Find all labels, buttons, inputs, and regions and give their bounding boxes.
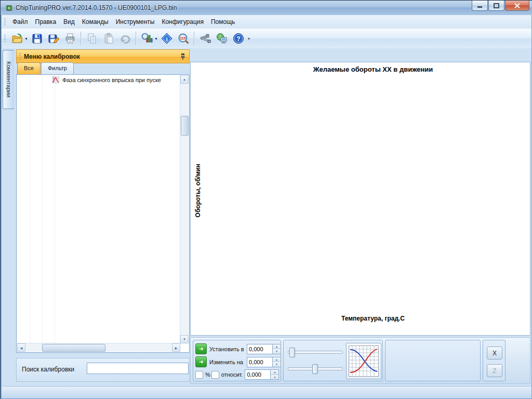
svg-text:i: i	[166, 36, 167, 42]
edit-controls-band: ➜ Установить в ▲▼ ➜ Изменить на ▲▼ % отн…	[190, 337, 530, 384]
percent-label: %	[205, 371, 210, 378]
title-bar: ChipTuningPRO ver.7.2014.0.1570 - UE0900…	[1, 1, 532, 16]
open-file-dropdown-icon[interactable]: ▼	[24, 37, 29, 41]
chart-area[interactable]: Желаемые обороты ХХ в движении Обороты, …	[190, 62, 530, 336]
toolbar-separator	[81, 32, 82, 45]
menu-item-Помощь[interactable]: Помощь	[207, 16, 238, 28]
main-panel: Желаемые обороты ХХ в движении Обороты, …	[190, 48, 531, 386]
h-slider-1[interactable]	[288, 351, 343, 354]
menu-item-Правка[interactable]: Правка	[32, 16, 60, 28]
change-by-input[interactable]	[247, 357, 272, 367]
print-button[interactable]	[62, 31, 78, 46]
svg-text:?: ?	[236, 35, 240, 43]
tools-button[interactable]	[197, 31, 213, 46]
maximize-button[interactable]	[488, 1, 504, 11]
scroll-down-icon[interactable]: ▼	[180, 335, 189, 343]
tree-vertical-scrollbar[interactable]: ▲ ▼	[180, 75, 189, 343]
spin-down-icon[interactable]: ▼	[273, 349, 281, 354]
set-to-label: Установить в	[209, 346, 246, 352]
menu-item-Файл[interactable]: Файл	[9, 16, 32, 28]
tree-item[interactable]: Фаза синхронного впрыска при пуске	[17, 76, 180, 84]
print-icon	[64, 32, 76, 45]
comments-tab[interactable]: Комментарии	[3, 50, 14, 109]
scroll-up-icon[interactable]: ▲	[180, 75, 189, 84]
relative-input[interactable]	[245, 369, 270, 380]
sidebar-grip[interactable]	[19, 52, 21, 61]
app-window: ChipTuningPRO ver.7.2014.0.1570 - UE0900…	[0, 0, 532, 399]
spin-up-icon[interactable]: ▲	[273, 357, 281, 362]
chart-zoom-dropdown-icon[interactable]: ▼	[154, 37, 158, 41]
undo-button[interactable]	[117, 31, 133, 46]
menu-item-Вид[interactable]: Вид	[60, 16, 78, 28]
spin-up-icon[interactable]: ▲	[271, 370, 278, 375]
toolbar-grip[interactable]	[4, 34, 6, 43]
tree-item-label[interactable]: Фаза синхронного впрыска при пуске	[61, 77, 162, 83]
info-icon: i	[161, 32, 173, 45]
sidebar-title: Меню калибровок	[24, 53, 80, 60]
calibration-tree: Фаза синхронного впрыска при пуске ▲ ▼ ◀…	[16, 74, 190, 353]
menu-item-Конфигурация[interactable]: Конфигурация	[158, 16, 207, 28]
chart-plot[interactable]	[191, 62, 531, 336]
online-update-button[interactable]	[214, 31, 230, 46]
menubar-grip[interactable]	[4, 18, 6, 26]
tree-horizontal-scrollbar[interactable]: ◀ ▶	[17, 343, 180, 352]
toolbar-overflow-icon[interactable]: ▾	[248, 36, 250, 41]
help-icon: ?	[232, 32, 245, 45]
y-axis-label: Обороты, об/мин	[194, 134, 202, 248]
x-axis-label: Температура, град.С	[225, 315, 521, 322]
save-as-icon	[47, 32, 60, 45]
toolbar: ▼▼i110? ▾	[2, 29, 531, 49]
percent-checkbox[interactable]	[195, 371, 203, 379]
minimize-button[interactable]	[472, 1, 488, 11]
h-slider-2[interactable]	[288, 367, 343, 370]
client-area: Комментарии Меню калибровок ВсеФильтр Фа…	[2, 48, 531, 386]
info-button[interactable]: i	[159, 31, 175, 46]
scroll-left-icon[interactable]: ◀	[17, 343, 25, 352]
chart-zoom-icon	[141, 32, 153, 45]
tree-vscroll-thumb[interactable]	[181, 116, 189, 136]
paste-button[interactable]	[101, 31, 116, 46]
chart-zoom-button[interactable]	[139, 31, 155, 46]
spin-down-icon[interactable]: ▼	[273, 362, 281, 367]
open-file-button[interactable]	[9, 31, 25, 46]
apply-set-button[interactable]: ➜	[195, 343, 207, 354]
sidebar-header: Меню калибровок	[16, 49, 190, 63]
slider-thumb[interactable]	[312, 364, 318, 374]
zoom-value-icon: 110	[177, 32, 190, 45]
spin-down-icon[interactable]: ▼	[271, 375, 278, 380]
zoom-value-button[interactable]: 110	[176, 31, 191, 46]
open-file-icon	[11, 32, 23, 45]
tree-hscroll-thumb[interactable]	[42, 344, 105, 352]
help-button[interactable]: ?	[231, 31, 246, 46]
curve-preview-button[interactable]	[346, 343, 381, 379]
save-button[interactable]	[29, 31, 45, 46]
status-bar	[2, 386, 531, 398]
copy-button[interactable]	[84, 31, 100, 46]
sidebar-tab-Все[interactable]: Все	[17, 62, 41, 74]
menu-item-Команды[interactable]: Команды	[78, 16, 112, 28]
save-icon	[31, 32, 43, 45]
slider-group	[283, 340, 383, 381]
x-axis-button[interactable]: X	[487, 347, 502, 360]
comments-strip: Комментарии	[2, 48, 15, 386]
set-to-input[interactable]	[247, 344, 272, 354]
undo-icon	[119, 32, 131, 45]
apply-change-button[interactable]: ➜	[195, 356, 207, 367]
app-icon	[5, 4, 13, 12]
sidebar-tab-Фильтр[interactable]: Фильтр	[41, 62, 74, 74]
menu-bar: ФайлПравкаВидКомандыИнструментыКонфигура…	[2, 15, 531, 29]
menu-item-Инструменты[interactable]: Инструменты	[112, 16, 158, 28]
pin-icon[interactable]	[180, 52, 186, 62]
scroll-right-icon[interactable]: ▶	[172, 343, 180, 352]
toolbar-separator	[194, 32, 195, 45]
search-input[interactable]	[87, 363, 189, 374]
relative-checkbox[interactable]	[211, 371, 219, 379]
save-as-button[interactable]	[46, 31, 61, 46]
paste-icon	[102, 32, 115, 45]
chart-title: Желаемые обороты ХХ в движении	[225, 65, 521, 73]
slider-thumb[interactable]	[289, 348, 295, 357]
spin-up-icon[interactable]: ▲	[273, 344, 281, 349]
z-axis-button[interactable]: Z	[487, 364, 502, 377]
online-update-icon	[216, 32, 228, 45]
close-button[interactable]	[505, 1, 529, 11]
